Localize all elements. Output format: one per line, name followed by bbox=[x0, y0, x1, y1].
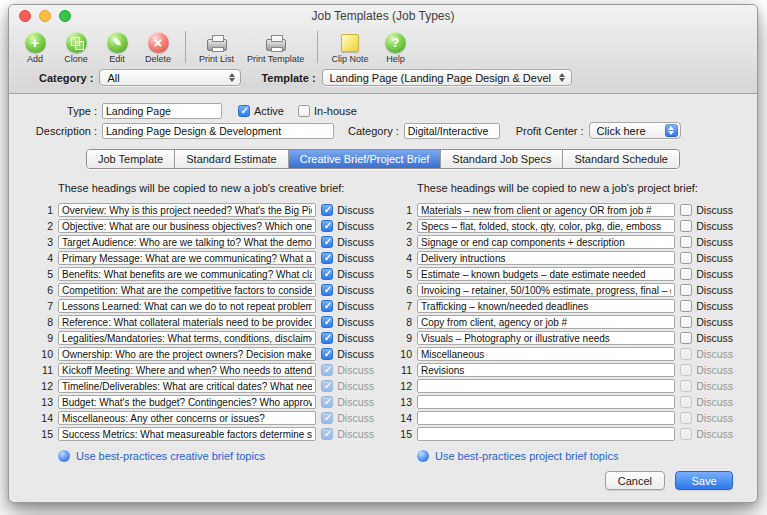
discuss-checkbox[interactable] bbox=[680, 236, 692, 248]
add-button[interactable]: Add bbox=[21, 32, 49, 64]
row-heading-input[interactable] bbox=[417, 411, 675, 425]
discuss-checkbox[interactable] bbox=[680, 300, 692, 312]
discuss-wrap[interactable]: Discuss bbox=[680, 428, 733, 440]
discuss-wrap[interactable]: Discuss bbox=[680, 316, 733, 328]
row-heading-input[interactable] bbox=[417, 347, 675, 361]
row-heading-input[interactable] bbox=[58, 315, 316, 329]
row-heading-input[interactable] bbox=[417, 331, 675, 345]
save-button[interactable]: Save bbox=[675, 471, 733, 490]
discuss-wrap[interactable]: Discuss bbox=[321, 396, 374, 408]
description-input[interactable] bbox=[102, 123, 334, 139]
tab-standard-schedule[interactable]: Standard Schedule bbox=[563, 150, 679, 168]
discuss-wrap[interactable]: Discuss bbox=[321, 204, 374, 216]
discuss-wrap[interactable]: Discuss bbox=[321, 236, 374, 248]
row-heading-input[interactable] bbox=[58, 411, 316, 425]
titlebar[interactable]: Job Templates (Job Types) bbox=[9, 5, 757, 27]
profit-center-select[interactable]: Click here bbox=[589, 122, 681, 139]
row-heading-input[interactable] bbox=[417, 363, 675, 377]
discuss-wrap[interactable]: Discuss bbox=[321, 268, 374, 280]
row-heading-input[interactable] bbox=[58, 427, 316, 441]
discuss-checkbox[interactable] bbox=[680, 412, 692, 424]
active-checkbox[interactable] bbox=[238, 105, 250, 117]
discuss-wrap[interactable]: Discuss bbox=[680, 364, 733, 376]
discuss-wrap[interactable]: Discuss bbox=[321, 380, 374, 392]
best-practices-project-link[interactable]: Use best-practices project brief topics bbox=[417, 450, 733, 462]
row-heading-input[interactable] bbox=[417, 427, 675, 441]
discuss-checkbox[interactable] bbox=[680, 284, 692, 296]
row-heading-input[interactable] bbox=[58, 347, 316, 361]
inhouse-checkbox-wrap[interactable]: In-house bbox=[298, 105, 357, 117]
discuss-checkbox[interactable] bbox=[680, 428, 692, 440]
discuss-checkbox[interactable] bbox=[680, 268, 692, 280]
row-heading-input[interactable] bbox=[58, 299, 316, 313]
inhouse-checkbox[interactable] bbox=[298, 105, 310, 117]
clone-button[interactable]: Clone bbox=[62, 32, 90, 64]
row-heading-input[interactable] bbox=[417, 315, 675, 329]
category-input[interactable] bbox=[404, 123, 500, 139]
category-filter-select[interactable]: All bbox=[99, 69, 241, 86]
type-input[interactable] bbox=[102, 103, 222, 119]
discuss-wrap[interactable]: Discuss bbox=[321, 364, 374, 376]
discuss-wrap[interactable]: Discuss bbox=[680, 348, 733, 360]
row-heading-input[interactable] bbox=[417, 267, 675, 281]
tab-job-template[interactable]: Job Template bbox=[87, 150, 175, 168]
discuss-wrap[interactable]: Discuss bbox=[680, 380, 733, 392]
row-heading-input[interactable] bbox=[417, 395, 675, 409]
active-checkbox-wrap[interactable]: Active bbox=[238, 105, 284, 117]
discuss-checkbox[interactable] bbox=[680, 316, 692, 328]
discuss-wrap[interactable]: Discuss bbox=[321, 284, 374, 296]
discuss-checkbox[interactable] bbox=[680, 396, 692, 408]
row-heading-input[interactable] bbox=[417, 203, 675, 217]
discuss-checkbox[interactable] bbox=[321, 364, 333, 376]
discuss-checkbox[interactable] bbox=[321, 348, 333, 360]
print-template-button[interactable]: Print Template bbox=[247, 32, 304, 64]
row-heading-input[interactable] bbox=[58, 331, 316, 345]
discuss-wrap[interactable]: Discuss bbox=[321, 252, 374, 264]
close-button[interactable] bbox=[19, 10, 31, 22]
discuss-wrap[interactable]: Discuss bbox=[680, 220, 733, 232]
help-button[interactable]: Help bbox=[381, 32, 409, 64]
row-heading-input[interactable] bbox=[58, 203, 316, 217]
row-heading-input[interactable] bbox=[58, 379, 316, 393]
discuss-wrap[interactable]: Discuss bbox=[680, 252, 733, 264]
discuss-checkbox[interactable] bbox=[321, 428, 333, 440]
tab-standard-estimate[interactable]: Standard Estimate bbox=[175, 150, 289, 168]
discuss-checkbox[interactable] bbox=[321, 380, 333, 392]
template-filter-select[interactable]: Landing Page (Landing Page Design & Deve… bbox=[322, 69, 572, 86]
discuss-checkbox[interactable] bbox=[321, 204, 333, 216]
discuss-wrap[interactable]: Discuss bbox=[321, 348, 374, 360]
discuss-wrap[interactable]: Discuss bbox=[321, 428, 374, 440]
discuss-checkbox[interactable] bbox=[321, 236, 333, 248]
discuss-wrap[interactable]: Discuss bbox=[321, 412, 374, 424]
best-practices-creative-link[interactable]: Use best-practices creative brief topics bbox=[58, 450, 374, 462]
discuss-checkbox[interactable] bbox=[680, 220, 692, 232]
print-list-button[interactable]: Print List bbox=[199, 32, 234, 64]
discuss-checkbox[interactable] bbox=[321, 300, 333, 312]
discuss-checkbox[interactable] bbox=[680, 364, 692, 376]
discuss-checkbox[interactable] bbox=[321, 396, 333, 408]
discuss-wrap[interactable]: Discuss bbox=[321, 332, 374, 344]
row-heading-input[interactable] bbox=[58, 267, 316, 281]
discuss-wrap[interactable]: Discuss bbox=[680, 236, 733, 248]
discuss-checkbox[interactable] bbox=[680, 348, 692, 360]
edit-button[interactable]: Edit bbox=[103, 32, 131, 64]
delete-button[interactable]: Delete bbox=[144, 32, 172, 64]
discuss-wrap[interactable]: Discuss bbox=[680, 204, 733, 216]
discuss-checkbox[interactable] bbox=[680, 332, 692, 344]
discuss-checkbox[interactable] bbox=[321, 268, 333, 280]
row-heading-input[interactable] bbox=[58, 395, 316, 409]
discuss-wrap[interactable]: Discuss bbox=[321, 316, 374, 328]
row-heading-input[interactable] bbox=[58, 235, 316, 249]
row-heading-input[interactable] bbox=[417, 379, 675, 393]
discuss-wrap[interactable]: Discuss bbox=[680, 412, 733, 424]
discuss-checkbox[interactable] bbox=[321, 252, 333, 264]
discuss-wrap[interactable]: Discuss bbox=[680, 300, 733, 312]
discuss-checkbox[interactable] bbox=[321, 412, 333, 424]
row-heading-input[interactable] bbox=[58, 363, 316, 377]
discuss-checkbox[interactable] bbox=[321, 284, 333, 296]
minimize-button[interactable] bbox=[39, 10, 51, 22]
zoom-button[interactable] bbox=[59, 10, 71, 22]
discuss-checkbox[interactable] bbox=[321, 316, 333, 328]
row-heading-input[interactable] bbox=[417, 283, 675, 297]
discuss-checkbox[interactable] bbox=[680, 252, 692, 264]
